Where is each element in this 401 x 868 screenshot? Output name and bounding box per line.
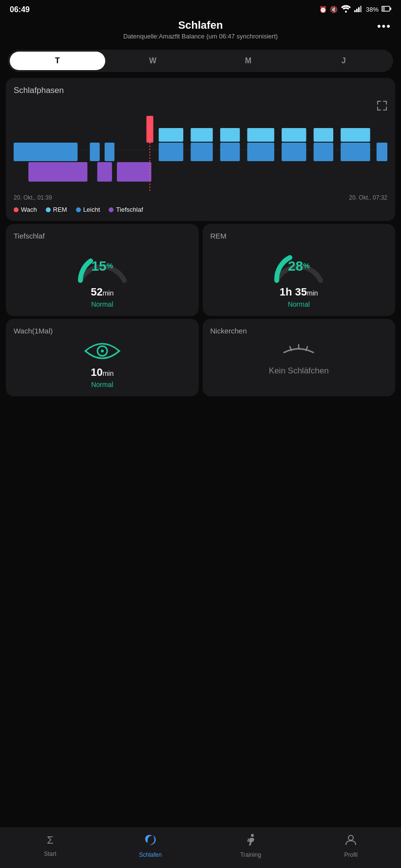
header: Schlafen Datenquelle:Amazfit Balance (um… xyxy=(0,17,401,46)
wach-status: Normal xyxy=(14,381,191,388)
legend-rem-label: REM xyxy=(53,206,67,213)
tiefschlaf-gauge: 15% xyxy=(73,244,132,283)
signal-icon xyxy=(354,5,363,14)
chart-end-time: 20. Okt., 07:32 xyxy=(349,194,387,201)
tab-today[interactable]: T xyxy=(10,52,105,70)
chart-legend: Wach REM Leicht Tiefschlaf xyxy=(14,206,387,213)
nav-training-label: Training xyxy=(240,851,261,858)
profil-icon xyxy=(344,833,358,850)
leicht-dot xyxy=(76,207,81,212)
legend-tiefschlaf-label: Tiefschlaf xyxy=(116,206,143,213)
svg-rect-16 xyxy=(191,143,212,161)
eye-icon xyxy=(14,339,191,363)
wach-dot xyxy=(14,207,19,212)
sleep-phases-title: Schlafphasen xyxy=(14,86,387,95)
training-icon xyxy=(244,833,257,850)
rem-value: 1h 35min xyxy=(210,286,388,298)
svg-point-0 xyxy=(345,11,347,13)
tiefschlaf-value: 52min xyxy=(14,286,191,298)
nav-start[interactable]: Σ Start xyxy=(0,833,100,858)
schlafen-icon xyxy=(144,833,157,850)
svg-rect-25 xyxy=(220,128,240,142)
alarm-icon: ⏰ xyxy=(319,6,327,13)
rem-card: REM 28% 1h 35min Normal xyxy=(203,224,396,316)
svg-rect-26 xyxy=(247,128,274,142)
svg-rect-24 xyxy=(191,128,212,142)
rem-status: Normal xyxy=(210,300,388,308)
nickerchen-none: Kein Schläfchen xyxy=(210,366,388,376)
svg-rect-14 xyxy=(105,143,115,161)
nav-training[interactable]: Training xyxy=(201,833,301,858)
nickerchen-card: Nickerchen Kein Schläfchen xyxy=(203,319,396,396)
svg-rect-17 xyxy=(220,143,240,161)
legend-wach: Wach xyxy=(14,206,37,213)
tiefschlaf-title: Tiefschlaf xyxy=(14,232,191,240)
wifi-icon xyxy=(341,5,351,14)
page-title: Schlafen xyxy=(10,19,391,32)
svg-rect-11 xyxy=(117,162,152,182)
tab-week[interactable]: W xyxy=(105,52,201,70)
tiefschlaf-status: Normal xyxy=(14,300,191,308)
svg-rect-15 xyxy=(159,143,183,161)
status-time: 06:49 xyxy=(10,5,30,14)
nickerchen-title: Nickerchen xyxy=(210,327,388,335)
start-icon: Σ xyxy=(44,833,57,849)
svg-rect-18 xyxy=(247,143,274,161)
battery-icon xyxy=(382,6,391,13)
expand-button[interactable] xyxy=(377,100,387,113)
svg-rect-21 xyxy=(341,143,370,161)
tab-month[interactable]: M xyxy=(201,52,296,70)
tiefschlaf-card: Tiefschlaf 15% 52min Normal xyxy=(6,224,199,316)
nav-schlafen[interactable]: Schlafen xyxy=(100,833,201,858)
nav-schlafen-label: Schlafen xyxy=(139,851,162,858)
svg-text:Σ: Σ xyxy=(47,834,54,846)
svg-point-41 xyxy=(348,835,353,840)
svg-rect-23 xyxy=(159,128,183,142)
nav-profil-label: Profil xyxy=(344,851,357,858)
svg-rect-22 xyxy=(377,143,387,161)
svg-rect-30 xyxy=(146,116,153,143)
bottom-nav: Σ Start Schlafen Training xyxy=(0,828,401,868)
wach-title: Wach(1Mal) xyxy=(14,327,191,335)
stats-grid-row2: Wach(1Mal) 10min Normal Nickerchen xyxy=(6,319,395,396)
wach-card: Wach(1Mal) 10min Normal xyxy=(6,319,199,396)
svg-rect-20 xyxy=(314,143,333,161)
tiefschlaf-percent: 15% xyxy=(92,259,114,274)
legend-leicht-label: Leicht xyxy=(83,206,100,213)
tab-year[interactable]: J xyxy=(296,52,391,70)
nav-start-label: Start xyxy=(44,850,56,857)
legend-tiefschlaf: Tiefschlaf xyxy=(109,206,143,213)
header-subtitle: Datenquelle:Amazfit Balance (um 06:47 sy… xyxy=(10,33,391,40)
svg-rect-27 xyxy=(282,128,306,142)
svg-rect-6 xyxy=(390,8,392,10)
wach-value: 10min xyxy=(14,366,191,379)
svg-rect-3 xyxy=(358,7,360,12)
rem-gauge: 28% xyxy=(269,244,328,283)
status-icons: ⏰ 🔇 38% xyxy=(319,5,391,14)
svg-rect-1 xyxy=(354,10,356,12)
svg-rect-2 xyxy=(356,9,358,12)
nav-profil[interactable]: Profil xyxy=(301,833,401,858)
chart-start-time: 20. Okt., 01:39 xyxy=(14,194,52,201)
svg-point-40 xyxy=(251,834,254,837)
rem-dot xyxy=(46,207,51,212)
more-menu-button[interactable]: ••• xyxy=(377,20,391,33)
chart-times: 20. Okt., 01:39 20. Okt., 07:32 xyxy=(14,194,387,201)
svg-rect-9 xyxy=(28,162,87,182)
svg-rect-7 xyxy=(382,7,385,11)
rem-percent: 28% xyxy=(288,259,310,274)
status-bar: 06:49 ⏰ 🔇 38% xyxy=(0,0,401,17)
legend-rem: REM xyxy=(46,206,67,213)
battery-percent: 38% xyxy=(366,6,379,13)
tiefschlaf-dot xyxy=(109,207,114,212)
mute-icon: 🔇 xyxy=(330,6,338,13)
svg-rect-13 xyxy=(90,143,99,161)
tab-bar: T W M J xyxy=(8,50,393,72)
sleep-chart xyxy=(14,113,387,191)
legend-wach-label: Wach xyxy=(21,206,37,213)
legend-leicht: Leicht xyxy=(76,206,100,213)
svg-point-35 xyxy=(101,350,104,352)
svg-rect-29 xyxy=(341,128,370,142)
svg-rect-28 xyxy=(314,128,333,142)
svg-rect-19 xyxy=(282,143,306,161)
